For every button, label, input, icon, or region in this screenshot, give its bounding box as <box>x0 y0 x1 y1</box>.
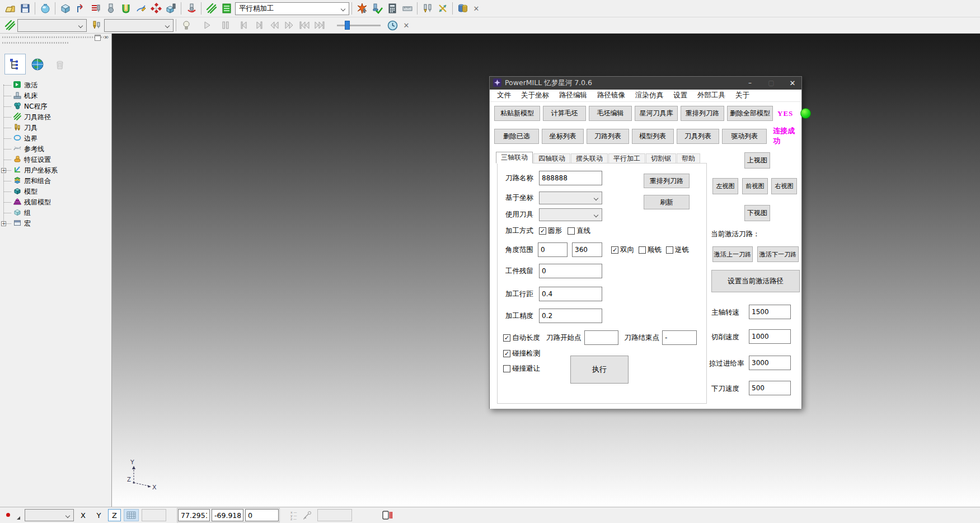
tab-head[interactable]: 摆头联动 <box>571 153 608 164</box>
coordinate-list-button[interactable]: 坐标列表 <box>542 129 584 144</box>
compare-cylinders-icon[interactable] <box>455 1 470 16</box>
coord-y-field[interactable] <box>212 509 243 521</box>
angle-start-input[interactable] <box>538 242 568 257</box>
grid-size-field[interactable] <box>142 509 166 521</box>
tab-web-globe[interactable] <box>27 54 48 74</box>
probe-icon[interactable] <box>302 510 312 520</box>
climb-checkbox[interactable] <box>639 246 646 254</box>
tolerance-input[interactable] <box>539 309 602 323</box>
activate-prev-toolpath-button[interactable]: 激活上一刀路 <box>712 246 753 262</box>
collision-check-checkbox[interactable]: ✓ <box>503 350 510 357</box>
menu-render-sim[interactable]: 渲染仿真 <box>630 91 668 100</box>
grid-snap-button[interactable] <box>124 509 139 521</box>
tab-4axis[interactable]: 四轴联动 <box>533 153 570 164</box>
bidirectional-checkbox[interactable]: ✓ <box>611 246 618 254</box>
plunge-speed-input[interactable] <box>749 381 791 395</box>
block-tool-icon[interactable] <box>163 1 179 16</box>
tool-list-button[interactable]: 刀具列表 <box>677 129 719 144</box>
light-bulb-icon[interactable] <box>179 18 194 32</box>
sidebar-item-toolpaths[interactable]: 刀具路径 <box>0 112 111 123</box>
tab-explorer-tree[interactable] <box>4 54 26 74</box>
collision-u-icon[interactable] <box>118 1 133 16</box>
play-icon[interactable] <box>199 18 214 32</box>
axis-x-button[interactable]: X <box>77 509 90 521</box>
skim-rate-input[interactable] <box>749 356 791 370</box>
go-start-icon[interactable] <box>297 18 312 32</box>
sidebar-item-machine[interactable]: 机床 <box>0 91 111 101</box>
menu-about[interactable]: 关于 <box>730 91 754 100</box>
sim-tool-dropdown[interactable] <box>104 19 174 32</box>
delete-selected-button[interactable]: 删除已选 <box>494 129 539 144</box>
sim-toolbar-close-icon[interactable]: ✕ <box>400 21 412 30</box>
tool-pair-icon[interactable] <box>420 1 435 16</box>
go-end-icon[interactable] <box>312 18 327 32</box>
sidebar-item-reference-line[interactable]: 参考线 <box>0 144 111 155</box>
clipboard-page-icon[interactable] <box>382 510 393 520</box>
tool-select[interactable] <box>539 208 602 221</box>
sidebar-item-levels-sets[interactable]: 层和组合 <box>0 176 111 186</box>
machining-type-dropdown[interactable]: 平行精加工 <box>235 2 349 15</box>
rearrange-button[interactable]: 重排列刀路 <box>644 174 690 188</box>
status-dropdown[interactable] <box>25 509 74 521</box>
sidebar-item-activate[interactable]: 激活 <box>0 80 111 91</box>
axis-y-button[interactable]: Y <box>92 509 105 521</box>
tool-arc-icon[interactable] <box>184 1 199 16</box>
tab-saw[interactable]: 切割锯 <box>646 153 676 164</box>
conventional-checkbox[interactable] <box>666 246 673 254</box>
tab-recycle-bin[interactable] <box>49 54 71 74</box>
toolpath-strategy-icon[interactable] <box>73 1 88 16</box>
close-panel-icon[interactable]: ✕ <box>103 35 109 41</box>
sidebar-item-stock-models[interactable]: 残留模型 <box>0 197 111 208</box>
panel-grip[interactable] <box>2 35 109 39</box>
tool-library-button[interactable]: 星河刀具库 <box>635 106 678 121</box>
sim-toolpath-dropdown[interactable] <box>17 19 87 32</box>
shaded-view-icon[interactable] <box>37 1 53 16</box>
stepover-input[interactable] <box>539 287 602 301</box>
slider-handle[interactable] <box>345 21 350 30</box>
sidebar-item-ucs[interactable]: +用户坐标系 <box>0 165 111 176</box>
star-tool-icon[interactable] <box>354 1 369 16</box>
front-view-button[interactable]: 前视图 <box>742 178 768 194</box>
activate-next-toolpath-button[interactable]: 激活下一刀路 <box>757 246 799 262</box>
stock-edit-button[interactable]: 毛坯编辑 <box>589 106 632 121</box>
line-checkbox[interactable] <box>568 227 575 235</box>
set-active-path-button[interactable]: 设置当前激活路径 <box>711 270 800 292</box>
sidebar-item-groups[interactable]: 组 <box>0 208 111 218</box>
draft-curve-icon[interactable] <box>133 1 148 16</box>
coord-x-field[interactable] <box>178 509 210 521</box>
panel-grip[interactable] <box>2 40 69 45</box>
refresh-button[interactable]: 刷新 <box>644 195 690 209</box>
expand-toggle[interactable]: + <box>1 221 6 226</box>
sidebar-item-models[interactable]: 模型 <box>0 186 111 197</box>
tool-edit-icon[interactable] <box>88 1 103 16</box>
coord-z-field[interactable] <box>245 509 279 521</box>
menu-external-tools[interactable]: 外部工具 <box>692 91 730 100</box>
ruler-icon[interactable] <box>400 1 415 16</box>
step-forward-icon[interactable] <box>251 18 266 32</box>
paste-new-model-button[interactable]: 粘贴新模型 <box>494 106 540 121</box>
sidebar-item-tools[interactable]: 刀具 <box>0 123 111 133</box>
fast-forward-icon[interactable] <box>282 18 297 32</box>
menu-settings[interactable]: 设置 <box>668 91 692 100</box>
save-icon[interactable] <box>17 1 32 16</box>
left-view-button[interactable]: 左视图 <box>712 178 738 194</box>
dialog-titlebar[interactable]: PowerMILL 忆梦星河 7.0.6 – ▢ ✕ <box>490 77 801 90</box>
right-view-button[interactable]: 右视图 <box>771 178 797 194</box>
clock-icon[interactable] <box>385 18 400 32</box>
execute-button[interactable]: 执行 <box>570 356 629 384</box>
pause-icon[interactable] <box>218 18 233 32</box>
menu-file[interactable]: 文件 <box>492 91 516 100</box>
pattern-points-icon[interactable] <box>148 1 163 16</box>
speed-slider[interactable] <box>337 20 381 31</box>
open-file-icon[interactable] <box>2 1 17 16</box>
sidebar-item-boundary[interactable]: 边界 <box>0 133 111 144</box>
strategy-list-icon[interactable] <box>219 1 234 16</box>
xyz-list-icon[interactable]: x —y —z — <box>290 510 299 520</box>
sidebar-item-nc-program[interactable]: NC程序 <box>0 101 111 112</box>
angle-end-input[interactable] <box>572 242 602 257</box>
calculator-icon[interactable] <box>385 1 400 16</box>
model-list-button[interactable]: 模型列表 <box>632 129 674 144</box>
expand-toggle[interactable]: + <box>1 168 6 173</box>
end-point-input[interactable] <box>662 330 697 345</box>
circular-checkbox[interactable]: ✓ <box>539 227 546 235</box>
